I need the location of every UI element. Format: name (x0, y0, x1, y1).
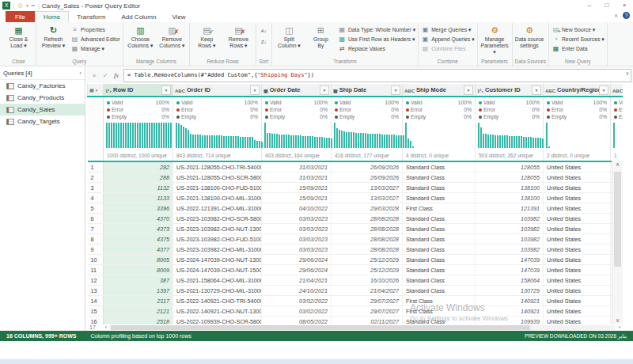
row-number[interactable]: 9 (88, 245, 104, 255)
profiling-info[interactable]: Column profiling based on top 1000 rows (91, 333, 191, 339)
cell-order-date[interactable]: 03/03/2023 (262, 234, 332, 245)
cell-row-id[interactable]: 8009 (104, 265, 173, 275)
table-row[interactable]: 2 288 US-2021-128055-CHO-SCR-58000 31/03… (88, 173, 624, 183)
cell-order-id[interactable]: US-2024-147039-CHO-NUT-13000 (173, 255, 262, 265)
row-number[interactable]: 3 (88, 183, 104, 193)
table-row[interactable]: 9 4377 US-2023-103982-CHO-MIL-31000 03/0… (88, 245, 624, 255)
column-quality-cell[interactable]: Valid100% Error0% Empty0% (262, 97, 332, 121)
cell-ship-date[interactable]: 28/08/2028 (332, 214, 403, 224)
cell-order-id[interactable]: US-2021-138100-CHO-FUD-51000 (173, 183, 262, 193)
cell-customer-id[interactable]: 121391 (476, 203, 544, 214)
cell-row-id[interactable]: 3396 (104, 203, 173, 214)
cell-ship-mode[interactable]: First Class (403, 306, 476, 317)
close-button[interactable]: × (616, 0, 633, 11)
column-quality-cell[interactable]: Valid100% Error0% Empty0% (544, 97, 611, 121)
ribbon-tab[interactable]: File (6, 11, 35, 22)
cell-row-id[interactable]: 288 (104, 173, 173, 183)
vertical-scrollbar[interactable]: ∧ ∨ (612, 161, 623, 324)
cell-customer-id[interactable]: 140921 (476, 306, 544, 317)
minimize-button[interactable]: – (581, 0, 598, 11)
cell-ship-date[interactable]: 21/04/2027 (332, 286, 403, 296)
refresh-preview-button[interactable]: Refresh Preview ▾ (39, 24, 68, 49)
cell-order-date[interactable]: 31/03/2021 (262, 161, 332, 173)
row-number[interactable]: 6 (88, 214, 104, 224)
cell-ship-mode[interactable]: Standard Class (403, 265, 476, 275)
choose-columns-button[interactable]: Choose Columns ▾ (126, 24, 155, 49)
cell-country-region[interactable]: United States (544, 286, 611, 296)
sort-descending-button[interactable] (259, 37, 269, 46)
cell-ship-date[interactable]: 25/12/2029 (332, 265, 403, 275)
cell-ship-date[interactable]: 29/07/2027 (332, 306, 403, 317)
row-number[interactable]: 13 (88, 286, 104, 296)
cell-order-id[interactable]: US-2023-103982-CHO-SCR-58000 (173, 214, 262, 224)
cell-country-region[interactable]: United States (544, 224, 611, 234)
row-number[interactable]: 1 (88, 161, 104, 173)
table-row[interactable]: 4 1133 US-2021-138100-CHO-MIL-31000 15/0… (88, 193, 624, 203)
scroll-down-icon[interactable]: ∨ (612, 317, 623, 324)
cell-order-id[interactable]: US-2022-121391-CHO-MIL-31000 (173, 203, 262, 214)
commit-formula-icon[interactable]: ✓ (101, 72, 109, 79)
restore-button[interactable]: □ (598, 0, 616, 11)
cell-row-id[interactable]: 4373 (104, 224, 173, 234)
cell-country-region[interactable]: United States (544, 296, 611, 306)
column-quality-cell[interactable]: Valid100% Error0% Empty0% (173, 97, 262, 121)
column-header[interactable]: ▦Ship Date ▾ (332, 84, 403, 97)
row-number[interactable]: 7 (88, 224, 104, 234)
scroll-left-icon[interactable]: ‹ (103, 324, 109, 330)
append-queries-button[interactable]: Append Queries ▾ (421, 36, 474, 43)
data-source-settings-button[interactable]: Data source settings (515, 24, 544, 49)
group-by-button[interactable]: Group By (306, 24, 335, 49)
advanced-editor-button[interactable]: Advanced Editor (70, 36, 120, 43)
cell-customer-id[interactable]: 147039 (476, 255, 544, 265)
cell-order-date[interactable]: 21/04/2021 (262, 275, 332, 286)
cell-ship-date[interactable]: 29/07/2027 (332, 296, 403, 306)
cell-order-id[interactable]: US-2023-103982-CHO-NUT-13000 (173, 224, 262, 234)
vertical-scroll-thumb[interactable] (614, 172, 621, 267)
column-filter-button[interactable]: ▾ (391, 85, 400, 95)
query-item[interactable]: Candy_Targets (0, 116, 85, 127)
cell-order-id[interactable]: US-2021-128055-CHO-SCR-58000 (173, 173, 262, 183)
cell-country-region[interactable]: United States (544, 306, 611, 317)
cell-ship-mode[interactable]: Standard Class (403, 234, 476, 245)
row-number[interactable]: 10 (88, 255, 104, 265)
cell-customer-id[interactable]: 103982 (476, 245, 544, 255)
collapse-pane-icon[interactable]: ‹ (79, 70, 81, 77)
row-number[interactable]: 15 (88, 306, 104, 317)
cell-order-date[interactable]: 04/10/2022 (262, 203, 332, 214)
column-quality-cell[interactable]: Valid100% Error0% Empty0% (611, 97, 624, 121)
recent-sources-button[interactable]: Recent Sources ▾ (552, 36, 605, 43)
feedback-smiley-icon[interactable]: ☺ (17, 2, 24, 9)
table-row[interactable]: 12 387 US-2021-158064-CHO-MIL-31000 21/0… (88, 275, 624, 286)
table-row[interactable]: 5 3396 US-2022-121391-CHO-MIL-31000 04/1… (88, 203, 624, 214)
column-type-icon[interactable]: ABC (612, 89, 623, 93)
horizontal-scroll-thumb[interactable] (111, 325, 530, 330)
column-header[interactable]: ABCCountry/Region ▾ (544, 84, 611, 97)
cell-customer-id[interactable]: 138100 (476, 183, 544, 193)
cell-customer-id[interactable]: 158064 (476, 275, 544, 286)
cell-row-id[interactable]: 282 (104, 161, 173, 173)
cell-order-date[interactable]: 03/02/2022 (262, 296, 332, 306)
cell-order-date[interactable]: 29/06/2024 (262, 255, 332, 265)
column-type-icon[interactable]: 1²₃ (105, 89, 112, 93)
cell-ship-mode[interactable]: Standard Class (403, 193, 476, 203)
cell-ship-date[interactable]: 28/08/2028 (332, 234, 403, 245)
cell-customer-id[interactable]: 103982 (476, 234, 544, 245)
cell-customer-id[interactable]: 103982 (476, 214, 544, 224)
cell-order-date[interactable]: 29/06/2024 (262, 265, 332, 275)
scroll-up-icon[interactable]: ∧ (612, 161, 623, 168)
cell-ship-mode[interactable]: Standard Class (403, 183, 476, 193)
horizontal-scrollbar[interactable]: ‹ › (103, 324, 623, 330)
cell-order-id[interactable]: US-2022-140921-CHO-NUT-13000 (173, 306, 262, 317)
cell-ship-date[interactable]: 28/08/2028 (332, 224, 403, 234)
cell-ship-mode[interactable]: Standard Class (403, 214, 476, 224)
merge-queries-button[interactable]: Merge Queries ▾ (421, 26, 474, 33)
cell-country-region[interactable]: United States (544, 183, 611, 193)
cell-row-id[interactable]: 2117 (104, 296, 173, 306)
cell-country-region[interactable]: United States (544, 265, 611, 275)
cell-customer-id[interactable]: 130729 (476, 286, 544, 296)
remove-columns-button[interactable]: Remove Columns ▾ (157, 24, 187, 49)
table-row[interactable]: 14 2117 US-2022-140921-CHO-TRI-54000 03/… (88, 296, 624, 306)
ribbon-tab[interactable]: Add Column (113, 11, 164, 22)
table-row[interactable]: 7 4373 US-2023-103982-CHO-NUT-13000 03/0… (88, 224, 624, 234)
cell-order-id[interactable]: US-2023-103982-CHO-FUD-51000 (173, 234, 262, 245)
